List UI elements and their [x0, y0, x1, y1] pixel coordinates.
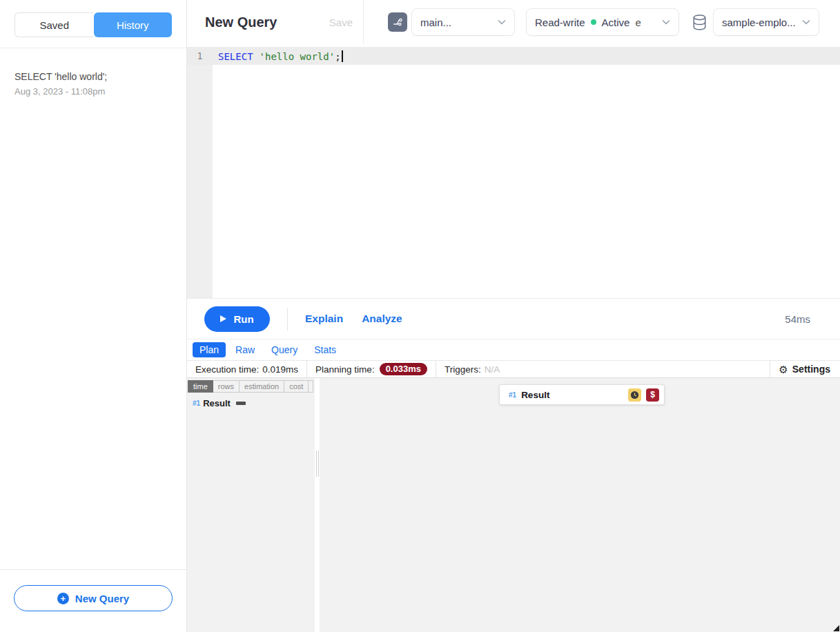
query-sidebar: Saved History SELECT 'hello world'; Aug …	[0, 0, 187, 632]
divider	[287, 308, 288, 330]
metric-tab-time[interactable]: time	[188, 380, 213, 393]
gear-icon: ⚙	[779, 364, 788, 375]
graph-node-id: #1	[509, 391, 516, 399]
execution-time-label: Execution time:	[195, 364, 259, 375]
tab-query[interactable]: Query	[264, 342, 304, 357]
editor-gutter	[187, 47, 213, 298]
active-status-dot-icon	[591, 19, 596, 25]
analyze-link[interactable]: Analyze	[362, 313, 402, 325]
run-button-label: Run	[233, 313, 253, 325]
metric-tab-cost[interactable]: cost	[284, 380, 309, 393]
database-select-value: sample-emplo...	[722, 17, 796, 28]
sql-string: 'hello world'	[260, 51, 335, 62]
sidebar-tabs-container: Saved History	[0, 0, 186, 48]
settings-label: Settings	[792, 364, 830, 375]
history-list-item[interactable]: SELECT 'hello world'; Aug 3, 2023 - 11:0…	[0, 66, 186, 101]
text-cursor	[342, 50, 343, 62]
main-panel: New Query Save main...	[187, 0, 840, 632]
branch-select-value: main...	[420, 17, 451, 28]
plan-graph-panel: #1 Result $	[320, 378, 840, 632]
query-title: New Query	[205, 14, 277, 30]
sql-terminator: ;	[335, 51, 340, 62]
plan-splitter[interactable]	[315, 378, 320, 632]
query-duration: 54ms	[785, 313, 810, 325]
graph-node-badges: $	[628, 388, 659, 402]
plan-node-id: #1	[193, 399, 200, 407]
branch-icon-button[interactable]	[388, 12, 407, 32]
metric-tab-stub	[309, 380, 313, 393]
execution-time-stat: Execution time: 0.019ms	[187, 361, 306, 377]
chevron-down-icon	[498, 19, 506, 25]
dollar-icon: $	[646, 388, 659, 402]
explain-link[interactable]: Explain	[305, 313, 343, 325]
tab-plan[interactable]: Plan	[193, 342, 226, 357]
new-query-button-label: New Query	[75, 593, 129, 604]
play-icon	[220, 315, 226, 322]
result-tabs: Plan Raw Query Stats	[187, 339, 840, 360]
splitter-handle-icon	[316, 451, 319, 477]
plan-view: time rows estimation cost #1 Result #1	[187, 378, 840, 632]
chevron-down-icon	[802, 19, 810, 25]
triggers-stat: Triggers: N/A	[436, 361, 508, 377]
history-timestamp: Aug 3, 2023 - 11:08pm	[14, 86, 172, 97]
endpoint-select[interactable]: Read-write Active e	[526, 8, 679, 36]
graph-node-label: Result	[521, 390, 549, 400]
code-text: SELECT'hello world';	[213, 50, 343, 62]
stats-bar: Execution time: 0.019ms Planning time: 0…	[187, 360, 840, 378]
run-button[interactable]: Run	[204, 306, 270, 332]
clock-icon	[628, 388, 641, 402]
branch-select[interactable]: main...	[411, 8, 515, 36]
git-branch-icon	[392, 17, 403, 28]
plus-icon: +	[57, 593, 69, 604]
database-icon	[692, 14, 707, 31]
spacer	[508, 361, 770, 377]
metric-tab-rows[interactable]: rows	[213, 380, 240, 393]
plan-tree-panel: time rows estimation cost #1 Result	[187, 378, 315, 632]
tab-raw[interactable]: Raw	[228, 342, 262, 357]
saved-history-toggle: Saved History	[14, 12, 172, 37]
tab-stats[interactable]: Stats	[307, 342, 343, 357]
sql-keyword: SELECT	[218, 51, 253, 62]
new-query-button[interactable]: + New Query	[14, 585, 173, 611]
tab-history[interactable]: History	[94, 12, 173, 37]
sidebar-footer: + New Query	[0, 569, 186, 632]
metric-tab-estimation[interactable]: estimation	[240, 380, 284, 393]
top-header: New Query Save main...	[187, 0, 840, 44]
planning-time-stat: Planning time: 0.033ms	[306, 361, 436, 377]
save-button[interactable]: Save	[329, 17, 353, 28]
planning-time-badge: 0.033ms	[380, 363, 427, 375]
endpoint-status-label: Active	[602, 17, 630, 28]
editor-header: New Query Save	[187, 0, 364, 44]
history-list: SELECT 'hello world'; Aug 3, 2023 - 11:0…	[0, 48, 186, 569]
triggers-value: N/A	[485, 364, 500, 375]
editor-active-line[interactable]: 1 SELECT'hello world';	[187, 47, 840, 65]
chevron-down-icon	[662, 19, 670, 25]
tab-saved[interactable]: Saved	[14, 12, 94, 37]
triggers-label: Triggers:	[445, 364, 481, 375]
connection-toolbar: main... Read-write Active e	[364, 0, 840, 44]
sql-editor[interactable]: 1 SELECT'hello world';	[187, 44, 840, 298]
app-window: Saved History SELECT 'hello world'; Aug …	[0, 0, 840, 632]
database-select[interactable]: sample-emplo...	[713, 8, 819, 36]
plan-graph-node[interactable]: #1 Result $	[499, 384, 665, 405]
endpoint-truncated-text: e	[635, 17, 641, 28]
planning-time-label: Planning time:	[315, 364, 375, 375]
history-query-text: SELECT 'hello world';	[14, 70, 172, 83]
plan-node-label: Result	[203, 398, 231, 408]
plan-metric-tabs: time rows estimation cost	[188, 380, 315, 393]
settings-button[interactable]: ⚙ Settings	[770, 361, 840, 377]
endpoint-mode-label: Read-write	[535, 17, 585, 28]
plan-tree-node[interactable]: #1 Result	[193, 398, 315, 408]
resize-grip[interactable]	[833, 625, 839, 631]
plan-node-time-bar-icon	[236, 402, 246, 405]
run-bar: Run Explain Analyze 54ms	[187, 298, 840, 339]
execution-time-value: 0.019ms	[262, 364, 298, 375]
line-number: 1	[187, 50, 213, 61]
